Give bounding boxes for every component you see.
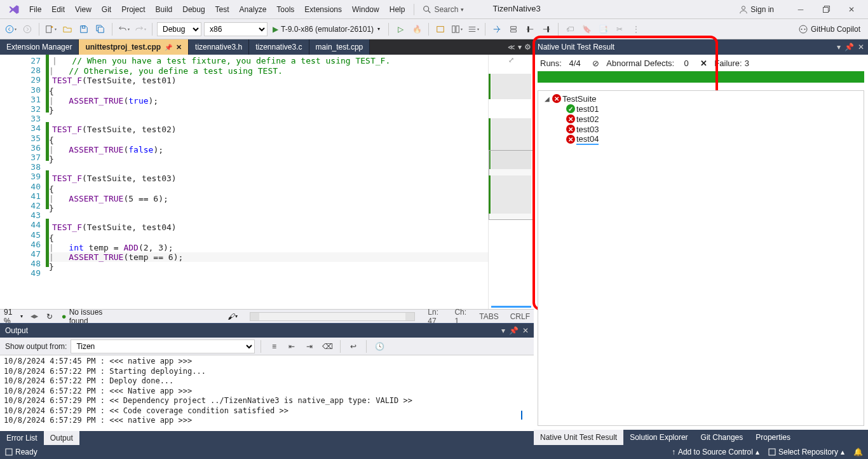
config-dropdown[interactable]: Debug <box>157 22 201 36</box>
tb-icon-12[interactable]: ⋮ <box>629 22 643 36</box>
tb-icon-1[interactable] <box>433 22 447 36</box>
output-tab[interactable]: Error List <box>0 431 44 445</box>
tb-icon-4[interactable] <box>490 22 504 36</box>
save-all-button[interactable] <box>93 22 107 36</box>
menu-bar: FileEditViewGitProjectBuildDebugTestAnal… <box>0 0 868 19</box>
separator <box>414 4 414 15</box>
pin-icon[interactable]: 📌 <box>165 44 172 51</box>
sync-icon[interactable]: ↻ <box>46 312 54 321</box>
tb-icon-6[interactable] <box>523 22 537 36</box>
tb-icon-11[interactable]: ✂ <box>613 22 627 36</box>
menu-debug[interactable]: Debug <box>177 3 210 17</box>
platform-dropdown[interactable]: x86 <box>204 22 268 36</box>
output-bottom-tabs: Error ListOutput <box>0 431 534 445</box>
menu-project[interactable]: Project <box>116 3 150 17</box>
output-prev-icon[interactable]: ⇤ <box>285 339 299 353</box>
panel-close-icon[interactable]: ✕ <box>858 43 864 51</box>
minimap[interactable]: ⤢ <box>488 55 534 309</box>
tb-icon-7[interactable] <box>539 22 553 36</box>
save-button[interactable] <box>77 22 91 36</box>
minimize-button[interactable]: ─ <box>788 1 813 18</box>
code-editor[interactable]: 2728293031323334353637383940414243444546… <box>0 55 534 309</box>
redo-button[interactable]: ▾ <box>133 22 147 36</box>
output-close-icon[interactable]: ✕ <box>522 326 529 335</box>
search-box[interactable]: Search ▾ <box>418 3 477 17</box>
undo-button[interactable]: ▾ <box>117 22 131 36</box>
menu-extensions[interactable]: Extensions <box>299 3 347 17</box>
line-gutter: 2728293031323334353637383940414243444546… <box>0 55 46 309</box>
output-source-dropdown[interactable]: Tizen <box>71 339 255 353</box>
editor-tab[interactable]: main_test.cpp <box>309 39 370 55</box>
notifications-icon[interactable]: 🔔 <box>853 448 863 456</box>
select-repository[interactable]: Select Repository ▴ <box>768 448 844 456</box>
add-source-control[interactable]: ↑ Add to Source Control ▴ <box>672 448 759 456</box>
output-text[interactable]: 10/8/2024 4:57:45 PM : <<< native app >>… <box>0 355 534 431</box>
output-tab[interactable]: Output <box>44 431 79 445</box>
brush-icon[interactable]: 🖌▾ <box>228 312 237 321</box>
menu-build[interactable]: Build <box>151 3 178 17</box>
panel-pin-icon[interactable]: 📌 <box>844 43 854 51</box>
menu-edit[interactable]: Edit <box>46 3 70 17</box>
run-button[interactable]: ▶ T-9.0-x86 (emulator-26101) ▾ <box>270 22 384 36</box>
test-row[interactable]: test01 <box>541 104 861 114</box>
output-clear-icon[interactable]: ⌫ <box>320 339 334 353</box>
menu-analyze[interactable]: Analyze <box>234 3 272 17</box>
test-tree[interactable]: ◢ TestSuite test01test02test03test04 <box>538 90 864 426</box>
close-tab-icon[interactable]: ✕ <box>176 43 182 51</box>
menu-help[interactable]: Help <box>384 3 410 17</box>
tb-icon-3[interactable]: ▾ <box>466 22 480 36</box>
output-pin-icon[interactable]: 📌 <box>509 326 519 335</box>
output-wrap-icon[interactable]: ↩ <box>346 339 360 353</box>
copilot-button[interactable]: GitHub Copilot <box>794 23 864 36</box>
code-area[interactable]: ˅| // When you have a test fixture, you … <box>49 55 488 309</box>
right-tab[interactable]: Git Changes <box>695 430 750 445</box>
tree-collapse-icon[interactable]: ◢ <box>545 95 551 102</box>
start-no-debug-button[interactable]: ▷ <box>393 22 407 36</box>
tb-icon-5[interactable] <box>506 22 520 36</box>
test-result-titlebar: Native Unit Test Result ▾ 📌 ✕ <box>534 39 868 55</box>
editor-tab[interactable]: unittestproj_test.cpp📌✕ <box>79 39 189 55</box>
menu-tools[interactable]: Tools <box>271 3 299 17</box>
test-suite-row[interactable]: ◢ TestSuite <box>541 93 861 104</box>
svg-rect-9 <box>437 26 444 32</box>
panel-dropdown-icon[interactable]: ▾ <box>837 43 841 51</box>
tb-icon-10[interactable]: 📑 <box>596 22 610 36</box>
output-gotoline-icon[interactable]: ≡ <box>267 339 281 353</box>
output-clock-icon[interactable]: 🕓 <box>372 339 386 353</box>
menu-view[interactable]: View <box>70 3 97 17</box>
right-tab[interactable]: Native Unit Test Result <box>534 430 623 445</box>
right-tab[interactable]: Solution Explorer <box>623 430 694 445</box>
right-tab[interactable]: Properties <box>749 430 797 445</box>
test-row[interactable]: test02 <box>541 114 861 124</box>
output-next-icon[interactable]: ⇥ <box>302 339 316 353</box>
nav-fwd-button[interactable] <box>20 22 34 36</box>
menu-test[interactable]: Test <box>210 3 234 17</box>
new-item-button[interactable]: ▾ <box>44 22 58 36</box>
tab-gear-icon[interactable]: ⚙ <box>524 43 531 51</box>
tb-icon-8[interactable]: 🏷 <box>563 22 577 36</box>
tab-dropdown-icon[interactable]: ▾ <box>518 43 522 51</box>
svg-rect-7 <box>46 25 51 32</box>
output-dropdown-icon[interactable]: ▾ <box>501 326 505 335</box>
svg-rect-10 <box>452 25 455 32</box>
menu-git[interactable]: Git <box>97 3 116 17</box>
editor-tab[interactable]: Extension Manager <box>0 39 79 55</box>
tb-icon-9[interactable]: 🔖 <box>580 22 593 36</box>
editor-tab[interactable]: tizennative3.h <box>189 39 249 55</box>
open-button[interactable] <box>60 22 74 36</box>
menu-file[interactable]: File <box>24 3 46 17</box>
test-row[interactable]: test03 <box>541 124 861 134</box>
nav-back-button[interactable]: ▾ <box>4 22 18 36</box>
editor-hscroll[interactable] <box>250 312 415 321</box>
tab-overflow-icon[interactable]: ≪ <box>508 43 515 51</box>
tb-icon-2[interactable]: ▾ <box>450 22 464 36</box>
hot-reload-button[interactable]: 🔥 <box>410 22 424 36</box>
menu-window[interactable]: Window <box>347 3 384 17</box>
tab-tools: ≪ ▾ ⚙ <box>505 39 534 55</box>
restore-button[interactable] <box>813 1 839 18</box>
editor-tab[interactable]: tizennative3.c <box>249 39 309 55</box>
test-row[interactable]: test04 <box>541 134 861 144</box>
close-button[interactable]: ✕ <box>839 1 864 18</box>
abnormal-stat: ⊘ Abnormal Defects: 0 <box>592 58 689 68</box>
signin-button[interactable]: Sign in <box>734 3 779 17</box>
